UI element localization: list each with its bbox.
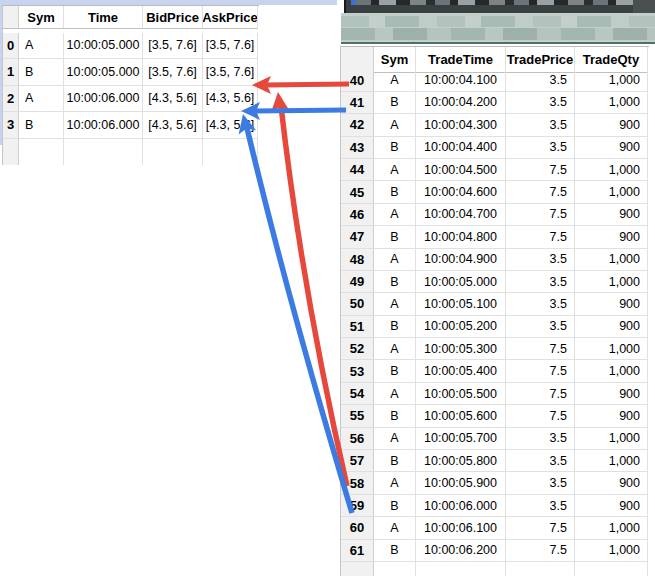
trades-row-42-sym[interactable]: A: [374, 114, 416, 136]
trades-row-43-tradetime[interactable]: 10:00:04.400: [416, 137, 506, 159]
trades-row-46-index[interactable]: 46: [341, 204, 374, 226]
trades-row-41-tradeqty[interactable]: 1,000: [575, 92, 648, 114]
quotes-partial-row-cell[interactable]: [3, 139, 19, 166]
trades-row-49-index[interactable]: 49: [341, 271, 374, 293]
trades-partial-row-cell[interactable]: [374, 562, 416, 576]
quotes-row-1-sym[interactable]: B: [19, 59, 64, 86]
trades-row-57-sym[interactable]: B: [374, 450, 416, 472]
quotes-header-sym[interactable]: Sym: [19, 6, 64, 29]
trades-row-50-index[interactable]: 50: [341, 293, 374, 315]
trades-row-45-tradeqty[interactable]: 1,000: [575, 181, 648, 203]
trades-row-53-sym[interactable]: B: [374, 360, 416, 382]
trades-row-41-tradetime[interactable]: 10:00:04.200: [416, 92, 506, 114]
quotes-row-0-askprice[interactable]: [3.5, 7.6]: [203, 33, 258, 60]
quotes-header-index[interactable]: [3, 6, 19, 29]
trades-row-51-index[interactable]: 51: [341, 316, 374, 338]
trades-row-47-tradeqty[interactable]: 900: [575, 226, 648, 248]
trades-row-54-tradeprice[interactable]: 7.5: [506, 383, 575, 405]
trades-row-48-index[interactable]: 48: [341, 249, 374, 271]
trades-row-59-tradeqty[interactable]: 900: [575, 495, 648, 517]
quotes-row-1-time[interactable]: 10:00:05.000: [64, 59, 143, 86]
trades-row-51-tradeqty[interactable]: 900: [575, 316, 648, 338]
trades-row-57-tradeqty[interactable]: 1,000: [575, 450, 648, 472]
trades-row-40-sym[interactable]: A: [374, 69, 416, 91]
right-window-toolbar[interactable]: [341, 13, 655, 42]
quotes-header-time[interactable]: Time: [64, 6, 143, 29]
quotes-row-3-sym[interactable]: B: [19, 112, 64, 139]
quotes-row-0-index[interactable]: 0: [3, 33, 19, 60]
trades-row-40-tradetime[interactable]: 10:00:04.100: [416, 69, 506, 91]
quotes-header-bidprice[interactable]: BidPrice: [143, 6, 203, 29]
trades-row-51-sym[interactable]: B: [374, 316, 416, 338]
trades-row-56-tradetime[interactable]: 10:00:05.700: [416, 428, 506, 450]
trades-row-52-tradeprice[interactable]: 7.5: [506, 338, 575, 360]
trades-row-59-sym[interactable]: B: [374, 495, 416, 517]
trades-row-59-tradeprice[interactable]: 3.5: [506, 495, 575, 517]
trades-partial-row-cell[interactable]: [575, 562, 648, 576]
trades-row-52-tradetime[interactable]: 10:00:05.300: [416, 338, 506, 360]
trades-row-42-tradeqty[interactable]: 900: [575, 114, 648, 136]
trades-row-60-index[interactable]: 60: [341, 517, 374, 539]
trades-row-49-tradetime[interactable]: 10:00:05.000: [416, 271, 506, 293]
trades-row-48-tradetime[interactable]: 10:00:04.900: [416, 249, 506, 271]
trades-row-52-sym[interactable]: A: [374, 338, 416, 360]
quotes-partial-row-cell[interactable]: [64, 139, 143, 166]
trades-row-47-tradetime[interactable]: 10:00:04.800: [416, 226, 506, 248]
trades-row-58-tradeprice[interactable]: 3.5: [506, 472, 575, 494]
trades-row-53-tradetime[interactable]: 10:00:05.400: [416, 360, 506, 382]
trades-row-60-sym[interactable]: A: [374, 517, 416, 539]
trades-row-58-sym[interactable]: A: [374, 472, 416, 494]
trades-row-43-sym[interactable]: B: [374, 137, 416, 159]
quotes-row-1-askprice[interactable]: [3.5, 7.6]: [203, 59, 258, 86]
trades-row-56-tradeprice[interactable]: 3.5: [506, 428, 575, 450]
trades-row-47-sym[interactable]: B: [374, 226, 416, 248]
trades-row-42-index[interactable]: 42: [341, 114, 374, 136]
trades-row-51-tradeprice[interactable]: 3.5: [506, 316, 575, 338]
trades-row-44-sym[interactable]: A: [374, 159, 416, 181]
trades-row-55-index[interactable]: 55: [341, 405, 374, 427]
trades-row-54-tradeqty[interactable]: 900: [575, 383, 648, 405]
trades-row-53-tradeprice[interactable]: 7.5: [506, 360, 575, 382]
trades-row-61-tradetime[interactable]: 10:00:06.200: [416, 540, 506, 562]
trades-row-45-index[interactable]: 45: [341, 181, 374, 203]
trades-row-44-tradeprice[interactable]: 7.5: [506, 159, 575, 181]
quotes-row-3-bidprice[interactable]: [4.3, 5.6]: [143, 112, 203, 139]
quotes-row-3-time[interactable]: 10:00:06.000: [64, 112, 143, 139]
quotes-row-3-askprice[interactable]: [4.3, 5.6]: [203, 112, 258, 139]
window-controls-area[interactable]: [633, 0, 655, 13]
quotes-row-0-bidprice[interactable]: [3.5, 7.6]: [143, 33, 203, 60]
quotes-row-3-index[interactable]: 3: [3, 112, 19, 139]
trades-row-53-tradeqty[interactable]: 1,000: [575, 360, 648, 382]
trades-row-50-tradeqty[interactable]: 900: [575, 293, 648, 315]
trades-row-55-tradetime[interactable]: 10:00:05.600: [416, 405, 506, 427]
trades-row-46-sym[interactable]: A: [374, 204, 416, 226]
quotes-header-askprice[interactable]: AskPrice: [203, 6, 258, 29]
trades-row-42-tradeprice[interactable]: 3.5: [506, 114, 575, 136]
trades-row-56-sym[interactable]: A: [374, 428, 416, 450]
trades-row-49-tradeprice[interactable]: 3.5: [506, 271, 575, 293]
trades-row-54-index[interactable]: 54: [341, 383, 374, 405]
quotes-row-2-sym[interactable]: A: [19, 86, 64, 113]
trades-row-50-tradeprice[interactable]: 3.5: [506, 293, 575, 315]
trades-row-41-sym[interactable]: B: [374, 92, 416, 114]
trades-row-59-index[interactable]: 59: [341, 495, 374, 517]
trades-partial-row-cell[interactable]: [341, 562, 374, 576]
trades-row-40-tradeprice[interactable]: 3.5: [506, 69, 575, 91]
trades-row-47-index[interactable]: 47: [341, 226, 374, 248]
trades-row-54-tradetime[interactable]: 10:00:05.500: [416, 383, 506, 405]
quotes-row-2-bidprice[interactable]: [4.3, 5.6]: [143, 86, 203, 113]
trades-row-60-tradeprice[interactable]: 7.5: [506, 517, 575, 539]
trades-row-53-index[interactable]: 53: [341, 360, 374, 382]
quotes-row-2-askprice[interactable]: [4.3, 5.6]: [203, 86, 258, 113]
trades-row-51-tradetime[interactable]: 10:00:05.200: [416, 316, 506, 338]
trades-row-44-tradetime[interactable]: 10:00:04.500: [416, 159, 506, 181]
quotes-row-1-bidprice[interactable]: [3.5, 7.6]: [143, 59, 203, 86]
trades-row-57-tradetime[interactable]: 10:00:05.800: [416, 450, 506, 472]
quotes-partial-row-cell[interactable]: [143, 139, 203, 166]
trades-row-61-tradeqty[interactable]: 1,000: [575, 540, 648, 562]
trades-row-55-tradeprice[interactable]: 7.5: [506, 405, 575, 427]
trades-row-44-tradeqty[interactable]: 1,000: [575, 159, 648, 181]
trades-row-45-sym[interactable]: B: [374, 181, 416, 203]
trades-row-54-sym[interactable]: A: [374, 383, 416, 405]
trades-row-46-tradeprice[interactable]: 7.5: [506, 204, 575, 226]
